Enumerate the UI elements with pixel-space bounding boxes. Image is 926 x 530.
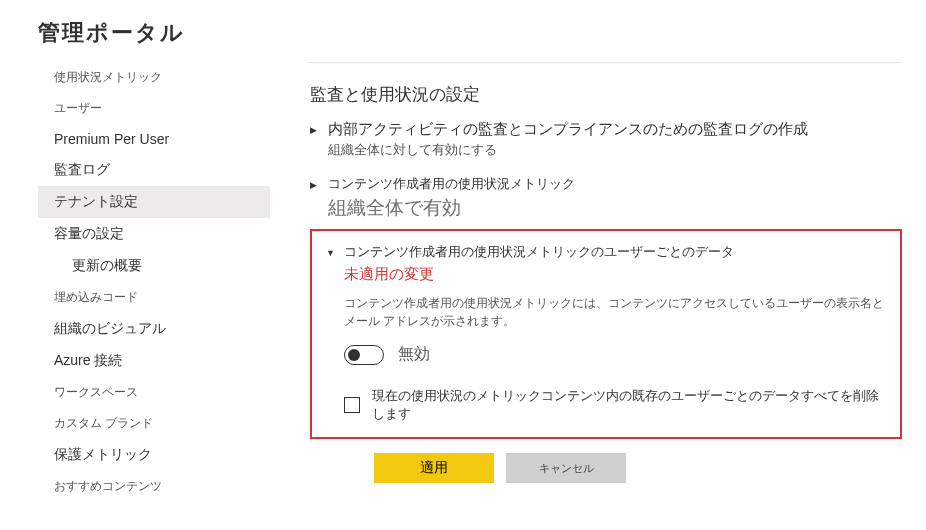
- sidebar-item-8[interactable]: 組織のビジュアル: [38, 313, 270, 345]
- enable-toggle[interactable]: [344, 345, 384, 365]
- divider: [308, 62, 902, 63]
- setting-per-user-data: コンテンツ作成者用の使用状況メトリックのユーザーごとのデータ 未適用の変更 コン…: [310, 229, 902, 439]
- cancel-button[interactable]: キャンセル: [506, 453, 626, 483]
- sidebar-item-2[interactable]: Premium Per User: [38, 124, 270, 154]
- setting-subtext: 組織全体に対して有効にする: [328, 141, 902, 159]
- unsaved-changes-warning: 未適用の変更: [344, 265, 886, 284]
- setting-audit-logs[interactable]: 内部アクティビティの監査とコンプライアンスのための監査ログの作成 組織全体に対し…: [310, 120, 902, 159]
- sidebar-item-12[interactable]: 保護メトリック: [38, 439, 270, 471]
- sidebar-item-10[interactable]: ワークスペース: [38, 377, 270, 408]
- sidebar-item-9[interactable]: Azure 接続: [38, 345, 270, 377]
- setting-heading: 内部アクティビティの監査とコンプライアンスのための監査ログの作成: [328, 120, 902, 139]
- sidebar-item-13[interactable]: おすすめコンテンツ: [38, 471, 270, 502]
- setting-usage-metrics[interactable]: コンテンツ作成者用の使用状況メトリック 組織全体で有効: [310, 175, 902, 221]
- toggle-label: 無効: [398, 344, 430, 365]
- sidebar-item-0[interactable]: 使用状況メトリック: [38, 62, 270, 93]
- caret-icon[interactable]: [326, 243, 344, 266]
- caret-icon: [310, 175, 328, 198]
- setting-status: 組織全体で有効: [328, 195, 902, 221]
- page-title: 管理ポータル: [0, 0, 926, 62]
- setting-heading: コンテンツ作成者用の使用状況メトリック: [328, 175, 902, 193]
- sidebar-item-5[interactable]: 容量の設定: [38, 218, 270, 250]
- sidebar-item-11[interactable]: カスタム ブランド: [38, 408, 270, 439]
- sidebar-item-4[interactable]: テナント設定: [38, 186, 270, 218]
- setting-heading: コンテンツ作成者用の使用状況メトリックのユーザーごとのデータ: [344, 243, 886, 261]
- delete-existing-checkbox[interactable]: [344, 397, 360, 413]
- sidebar: 使用状況メトリックユーザーPremium Per User監査ログテナント設定容…: [0, 62, 270, 502]
- sidebar-item-6[interactable]: 更新の概要: [38, 250, 270, 282]
- sidebar-item-3[interactable]: 監査ログ: [38, 154, 270, 186]
- section-title: 監査と使用状況の設定: [310, 83, 902, 106]
- setting-description: コンテンツ作成者用の使用状況メトリックには、コンテンツにアクセスしているユーザー…: [344, 294, 886, 330]
- caret-icon: [310, 120, 328, 143]
- apply-button[interactable]: 適用: [374, 453, 494, 483]
- sidebar-item-1[interactable]: ユーザー: [38, 93, 270, 124]
- sidebar-item-7[interactable]: 埋め込みコード: [38, 282, 270, 313]
- main-panel: 監査と使用状況の設定 内部アクティビティの監査とコンプライアンスのための監査ログ…: [270, 62, 926, 502]
- checkbox-label: 現在の使用状況のメトリックコンテンツ内の既存のユーザーごとのデータすべてを削除し…: [372, 387, 886, 423]
